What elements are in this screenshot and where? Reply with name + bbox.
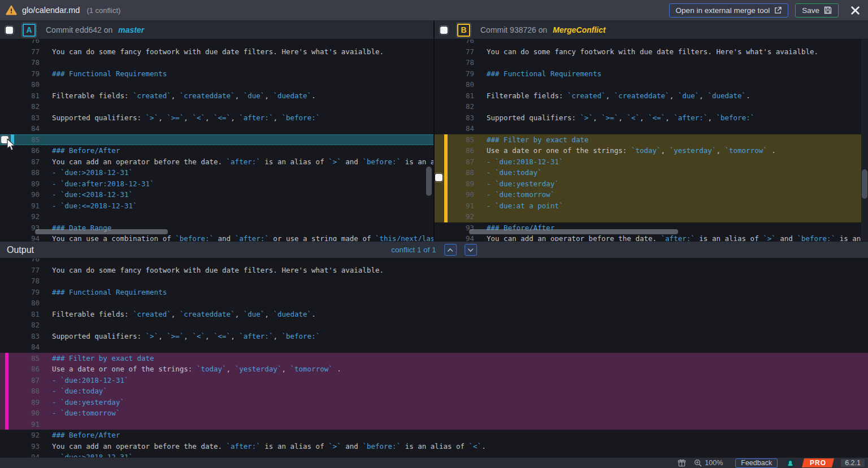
code-line-94: 94You can add an operator before the dat… bbox=[435, 233, 868, 241]
editor-panel-a[interactable]: 7677You can do some fancy footwork with … bbox=[0, 40, 433, 241]
line-number: 88 bbox=[0, 167, 40, 178]
panel-b-badge: B bbox=[457, 24, 470, 37]
line-number: 80 bbox=[435, 79, 474, 90]
code-text: ### Functional Requirements bbox=[40, 287, 167, 298]
code-line-81: 81Filterable fields: `created`, `created… bbox=[435, 90, 868, 102]
code-line-92: 92### Before/After bbox=[0, 430, 868, 441]
code-text bbox=[474, 79, 487, 90]
gitkraken-keif-icon[interactable] bbox=[785, 458, 795, 468]
code-text: Filterable fields: `created`, `createdda… bbox=[40, 90, 316, 102]
line-number: 76 bbox=[0, 40, 40, 46]
code-text: - `due:after:2018-12-31` bbox=[40, 178, 154, 190]
panel-a-horizontal-scrollbar[interactable] bbox=[35, 229, 168, 234]
next-conflict-button[interactable] bbox=[465, 244, 477, 256]
code-text bbox=[40, 123, 52, 134]
code-line-82: 82 bbox=[0, 320, 868, 331]
code-line-78: 78 bbox=[435, 57, 868, 68]
feedback-button[interactable]: Feedback bbox=[735, 458, 778, 468]
code-line-88: 88- `due:today` bbox=[0, 386, 868, 397]
code-line-89: 89- `due:yesterday` bbox=[0, 397, 868, 408]
save-label: Save bbox=[802, 6, 819, 15]
line-number: 77 bbox=[0, 265, 40, 276]
code-line-85: 85### Filter by exact date bbox=[0, 353, 868, 364]
save-button[interactable]: Save bbox=[795, 3, 839, 18]
gift-icon[interactable] bbox=[678, 459, 686, 467]
code-text: - `due:tomorrow` bbox=[40, 408, 120, 419]
line-number: 84 bbox=[0, 342, 40, 353]
line-number: 94 bbox=[0, 452, 40, 457]
pro-badge[interactable]: PRO bbox=[802, 458, 834, 467]
open-external-merge-tool-label: Open in external merge tool bbox=[676, 6, 770, 15]
code-line-85: 85 bbox=[0, 134, 433, 146]
line-number: 91 bbox=[0, 200, 40, 212]
panel-b-horizontal-scrollbar[interactable] bbox=[469, 229, 678, 234]
line-number: 83 bbox=[435, 112, 474, 124]
code-line-76: 76 bbox=[0, 259, 868, 265]
close-button[interactable] bbox=[848, 3, 862, 18]
code-line-82: 82 bbox=[435, 101, 868, 112]
zoom-in-icon bbox=[694, 459, 702, 467]
panel-a-vertical-scrollbar[interactable] bbox=[426, 167, 432, 196]
line-number: 81 bbox=[0, 90, 40, 102]
line-number: 76 bbox=[435, 40, 474, 46]
code-text: ### Before/After bbox=[40, 430, 120, 441]
code-text bbox=[40, 57, 52, 68]
code-text: - `due:<2018-12-31` bbox=[40, 189, 133, 200]
code-text: You can do some fancy footwork with due … bbox=[40, 265, 384, 276]
code-text: Filterable fields: `created`, `createdda… bbox=[40, 309, 316, 320]
line-number: 77 bbox=[435, 46, 474, 58]
code-text: - `due:today` bbox=[40, 386, 107, 397]
code-text: - `due:2018-12-31` bbox=[474, 156, 563, 168]
code-text bbox=[40, 40, 52, 46]
panel-b-scrollbar-track[interactable] bbox=[861, 40, 868, 241]
mouse-cursor bbox=[6, 138, 16, 152]
code-line-84: 84 bbox=[0, 123, 433, 134]
code-text: - `due:2018-12-31` bbox=[40, 375, 128, 386]
code-text bbox=[40, 259, 52, 265]
code-line-91: 91- `due:<=2018-12-31` bbox=[0, 200, 433, 212]
code-line-86: 86Use a date or one of the strings: `tod… bbox=[0, 364, 868, 375]
code-text: ### Functional Requirements bbox=[40, 68, 167, 80]
line-number: 89 bbox=[0, 178, 40, 190]
version-label: 6.2.1 bbox=[841, 459, 865, 467]
line-number: 82 bbox=[0, 101, 40, 112]
conflict-hunk-b-checkbox[interactable] bbox=[435, 174, 442, 181]
code-line-79: 79### Functional Requirements bbox=[0, 68, 433, 80]
code-text bbox=[40, 101, 52, 112]
code-line-84: 84 bbox=[435, 123, 868, 134]
output-header: Output conflict 1 of 1 bbox=[0, 241, 868, 259]
code-line-91: 91 bbox=[0, 419, 868, 430]
zoom-control[interactable]: 100% bbox=[694, 459, 723, 467]
code-line-79: 79### Functional Requirements bbox=[435, 68, 868, 80]
code-text: - `due:at a point` bbox=[474, 200, 563, 212]
merge-conflict-editor: glo/calendar.md (1 conflict) Open in ext… bbox=[0, 0, 868, 468]
code-text bbox=[474, 123, 487, 134]
panel-a-select-checkbox[interactable] bbox=[6, 27, 13, 34]
code-text bbox=[40, 275, 52, 287]
code-text: - `due:<=2018-12-31` bbox=[40, 200, 137, 212]
code-text: - `due:yesterday` bbox=[474, 178, 559, 190]
previous-conflict-button[interactable] bbox=[444, 244, 457, 256]
chevron-down-icon bbox=[467, 248, 474, 252]
output-title: Output bbox=[7, 245, 34, 255]
code-text bbox=[474, 211, 487, 222]
code-line-79: 79### Functional Requirements bbox=[0, 287, 868, 298]
code-line-81: 81Filterable fields: `created`, `created… bbox=[0, 90, 433, 102]
panel-b-vertical-scrollbar[interactable] bbox=[862, 169, 867, 199]
code-line-88: 88- `due:>2018-12-31` bbox=[0, 167, 433, 178]
code-text: You can add an operator before the date.… bbox=[474, 233, 861, 241]
code-line-90: 90- `due:tomorrow` bbox=[435, 189, 868, 200]
code-line-76: 76 bbox=[0, 40, 433, 46]
code-line-92: 92 bbox=[435, 211, 868, 222]
line-number: 90 bbox=[0, 189, 40, 200]
code-line-83: 83Supported qualifiers: `>`, `>=`, `<`, … bbox=[0, 331, 868, 342]
output-editor[interactable]: 7677You can do some fancy footwork with … bbox=[0, 259, 868, 457]
code-text: - `due:tomorrow` bbox=[474, 189, 554, 200]
open-external-merge-tool-button[interactable]: Open in external merge tool bbox=[669, 3, 789, 18]
editor-panel-b[interactable]: 7677You can do some fancy footwork with … bbox=[435, 40, 868, 241]
line-number: 84 bbox=[435, 123, 474, 134]
code-line-92: 92 bbox=[0, 211, 433, 222]
code-line-88: 88- `due:today` bbox=[435, 167, 868, 178]
line-number: 93 bbox=[0, 222, 40, 234]
panel-b-select-checkbox[interactable] bbox=[440, 27, 448, 34]
